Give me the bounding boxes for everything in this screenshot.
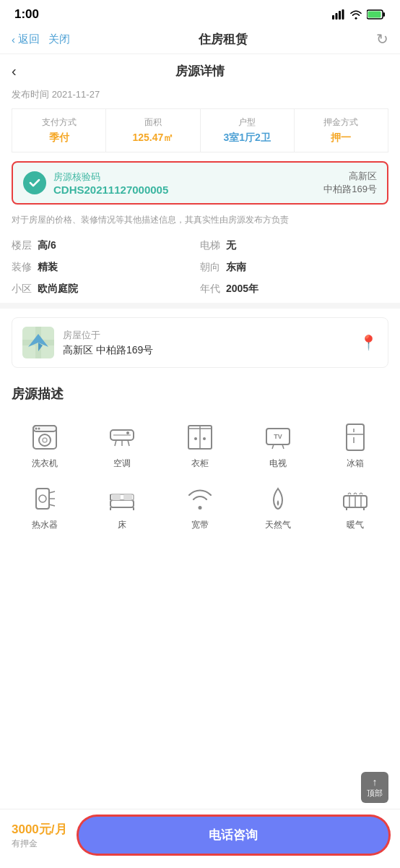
- svg-line-20: [115, 440, 116, 446]
- svg-rect-37: [36, 489, 49, 509]
- svg-point-38: [39, 495, 46, 502]
- svg-rect-0: [332, 15, 334, 20]
- amenity-tv: TV 电视: [239, 414, 317, 476]
- verify-text: 房源核验码 CDHS20211127000005: [53, 171, 168, 196]
- svg-rect-44: [112, 494, 121, 500]
- svg-point-17: [38, 428, 40, 430]
- info-grid: 支付方式 季付 面积 125.47㎡ 户型 3室1厅2卫 押金方式 押一: [12, 108, 388, 152]
- fridge-icon: [339, 421, 371, 453]
- svg-rect-1: [336, 13, 338, 20]
- detail-row-floor: 楼层 高/6 电梯 无: [0, 235, 400, 257]
- svg-point-23: [126, 431, 129, 434]
- verify-label: 房源核验码: [53, 171, 168, 184]
- info-label-area: 面积: [109, 116, 196, 129]
- info-cell-payment: 支付方式 季付: [12, 109, 106, 152]
- svg-text:TV: TV: [274, 433, 282, 440]
- verify-right: 高新区 中柏路169号: [323, 170, 377, 196]
- detail-row-decoration: 装修 精装 朝向 东南: [0, 257, 400, 278]
- nav-close-label[interactable]: 关闭: [48, 33, 70, 46]
- heater-label: 暖气: [347, 519, 364, 531]
- wifi-label: 宽带: [191, 519, 209, 531]
- water-heater-label: 热水器: [32, 519, 58, 531]
- water-heater-icon: [29, 483, 61, 515]
- nav-back-chevron: ‹: [12, 33, 15, 46]
- verify-address: 中柏路169号: [323, 183, 377, 196]
- tv-icon: TV: [262, 421, 294, 453]
- svg-line-41: [49, 504, 55, 506]
- svg-point-27: [194, 437, 197, 440]
- detail-item-floor: 楼层 高/6: [12, 239, 200, 252]
- detail-label-orientation: 朝向: [200, 261, 226, 274]
- detail-value-community: 欧尚庭院: [38, 283, 78, 296]
- svg-rect-5: [368, 12, 381, 18]
- wardrobe-label: 衣柜: [191, 457, 209, 470]
- map-left: 房屋位于 高新区 中柏路169号: [22, 327, 153, 358]
- publish-prefix: 发布时间: [12, 89, 49, 100]
- detail-item-elevator: 电梯 无: [200, 239, 388, 252]
- wifi-icon: [349, 9, 362, 20]
- detail-label-elevator: 电梯: [200, 239, 226, 252]
- detail-item-year: 年代 2005年: [200, 283, 388, 296]
- amenity-fridge: 冰箱: [316, 414, 394, 476]
- amenity-wifi: 宽带: [161, 476, 239, 537]
- gas-label: 天然气: [265, 519, 291, 531]
- status-bar: 1:00: [0, 0, 400, 26]
- detail-item-community: 小区 欧尚庭院: [12, 283, 200, 296]
- publish-date-value: 2021-11-27: [52, 89, 100, 100]
- washer-icon: [29, 421, 61, 453]
- wifi-amenity-icon: [184, 483, 216, 515]
- nav-title: 住房租赁: [199, 31, 248, 48]
- status-icons: [332, 9, 386, 20]
- bed-icon: [106, 483, 138, 515]
- map-box[interactable]: 房屋位于 高新区 中柏路169号 📍: [12, 317, 388, 368]
- contact-button[interactable]: 电话咨询: [79, 817, 388, 854]
- nav-back[interactable]: ‹ 返回 关闭: [12, 33, 70, 46]
- info-label-payment: 支付方式: [15, 116, 103, 129]
- section-desc-label: 房源描述: [0, 377, 400, 408]
- nav-refresh-icon[interactable]: ↻: [376, 30, 388, 48]
- verify-checkmark-icon: [23, 171, 46, 194]
- svg-rect-3: [342, 9, 344, 20]
- svg-rect-2: [339, 11, 341, 20]
- verify-code: CDHS20211127000005: [53, 184, 168, 196]
- amenity-wardrobe: 衣柜: [161, 414, 239, 476]
- info-label-deposit: 押金方式: [297, 116, 385, 129]
- heater-icon: [339, 483, 371, 515]
- disclaimer: 对于房屋的价格、装修情况等其他描述信息，其真实性由房源发布方负责: [12, 213, 388, 226]
- amenity-ac: 空调: [84, 414, 162, 476]
- publish-date: 发布时间 2021-11-27: [0, 82, 400, 108]
- bottom-bar: 3000元/月 有押金 电话咨询: [0, 809, 400, 868]
- amenity-heater: 暖气: [316, 476, 394, 537]
- status-time: 1:00: [14, 7, 39, 22]
- to-top-button[interactable]: ↑ 顶部: [361, 772, 388, 803]
- detail-item-decoration: 装修 精装: [12, 261, 200, 274]
- wardrobe-icon: [184, 421, 216, 453]
- signal-icon: [332, 9, 345, 20]
- info-value-area: 125.47㎡: [109, 132, 196, 145]
- divider-1: [0, 303, 400, 309]
- amenity-water-heater: 热水器: [6, 476, 84, 537]
- detail-value-year: 2005年: [226, 283, 258, 296]
- svg-point-15: [43, 438, 47, 442]
- detail-label-year: 年代: [200, 283, 226, 296]
- svg-rect-45: [123, 494, 132, 500]
- map-address: 高新区 中柏路169号: [63, 344, 153, 357]
- battery-icon: [367, 9, 386, 20]
- section-title: 房源详情: [175, 63, 225, 80]
- info-cell-area: 面积 125.47㎡: [106, 109, 200, 152]
- amenities-grid: 洗衣机 空调 衣柜: [0, 408, 400, 543]
- detail-row-community: 小区 欧尚庭院 年代 2005年: [0, 278, 400, 300]
- svg-line-22: [128, 440, 129, 446]
- amenity-washer: 洗衣机: [6, 414, 84, 476]
- detail-item-orientation: 朝向 东南: [200, 261, 388, 274]
- map-title: 房屋位于: [63, 329, 153, 342]
- map-pin-icon: 📍: [360, 334, 378, 351]
- back-arrow[interactable]: ‹: [12, 63, 17, 80]
- info-value-deposit: 押一: [297, 132, 385, 145]
- gas-icon: [262, 483, 294, 515]
- detail-value-floor: 高/6: [38, 239, 56, 252]
- detail-label-floor: 楼层: [12, 239, 38, 252]
- svg-line-39: [49, 491, 55, 493]
- nav-back-label[interactable]: 返回: [18, 33, 40, 46]
- map-text: 房屋位于 高新区 中柏路169号: [63, 329, 153, 357]
